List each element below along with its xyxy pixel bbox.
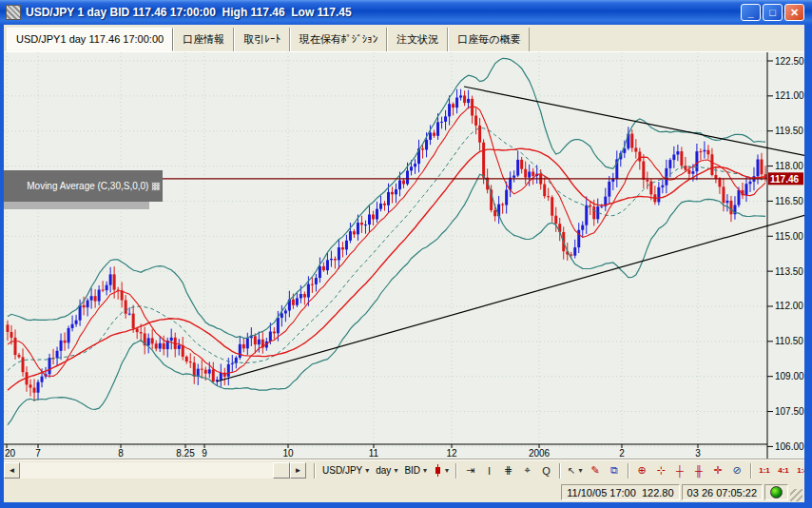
svg-text:12: 12 <box>446 448 457 459</box>
svg-text:117.46: 117.46 <box>770 174 799 185</box>
svg-text:121.00: 121.00 <box>775 90 804 101</box>
crosshair-cursor-button[interactable]: Ι <box>480 462 498 479</box>
chevron-down-icon: ▾ <box>394 466 397 475</box>
toolbar-separator <box>559 463 561 479</box>
svg-text:2: 2 <box>619 448 625 459</box>
chart-style-select[interactable]: ▾ <box>431 462 452 479</box>
svg-text:3: 3 <box>695 448 701 459</box>
toolbar-row: ◄ ► USD/JPY▾day▾BID▾▾⇥Ι⋕⌖Q↖▾✎⧉⊕⊹┼╫✛⊘1:14… <box>4 459 804 480</box>
minimize-button[interactable]: _ <box>741 4 761 21</box>
pointer-tool-select-icon: ↖ <box>568 465 575 476</box>
chevron-down-icon: ▾ <box>578 466 582 475</box>
tab-chart-usdjpy[interactable]: USD/JPY1 day 117.46 17:00:00 <box>7 28 173 51</box>
toolbar-separator <box>314 463 316 479</box>
draw-tool-button[interactable]: ✎ <box>587 462 605 479</box>
svg-text:106.00: 106.00 <box>775 441 804 452</box>
quick-zoom-button[interactable]: Q <box>537 462 555 479</box>
status-bar: 11/10/05 17:00 122.80 03 26 07:05:22 <box>4 482 804 502</box>
chart-area[interactable]: 122.50121.00119.50118.00116.50115.00113.… <box>4 52 804 459</box>
objects-button[interactable]: ⧉ <box>606 462 624 479</box>
app-icon <box>6 5 21 20</box>
scale-4-1-button[interactable]: 4:1 <box>775 462 793 479</box>
indicator-label-moving-average[interactable]: Moving Average (C,30,S,0,0) <box>4 170 163 202</box>
status-datetime-panel: 11/10/05 17:00 122.80 <box>561 484 679 500</box>
status-message-panel <box>6 484 559 500</box>
close-button[interactable]: ✕ <box>784 4 804 21</box>
window-content: USD/JPY1 day 117.46 17:00:00口座情報取引ﾚｰﾄ現在保… <box>4 25 804 502</box>
price-chart-svg[interactable]: 122.50121.00119.50118.00116.50115.00113.… <box>4 52 804 459</box>
horizontal-scrollbar[interactable]: ◄ ► <box>4 462 306 479</box>
grid-toggle-button[interactable]: ⋕ <box>499 462 517 479</box>
period-select-label: day <box>376 465 391 476</box>
expand-left-button[interactable]: ⊹ <box>652 462 670 479</box>
chevron-down-icon: ▾ <box>445 466 449 475</box>
scale-1-1-button[interactable]: 1:1 <box>756 462 774 479</box>
svg-text:7: 7 <box>35 448 41 459</box>
svg-text:8.25: 8.25 <box>176 448 195 459</box>
chart-toolbar: USD/JPY▾day▾BID▾▾⇥Ι⋕⌖Q↖▾✎⧉⊕⊹┼╫✛⊘1:14:11:… <box>306 460 804 481</box>
svg-text:122.50: 122.50 <box>775 56 804 67</box>
toolbar-separator <box>628 463 629 479</box>
period-select[interactable]: day▾ <box>373 463 400 478</box>
toolbar-separator <box>455 463 457 479</box>
expand-horizontal-button[interactable]: ┼ <box>671 462 689 479</box>
scroll-to-latest-button[interactable]: ⇥ <box>461 462 479 479</box>
tab-open-positions[interactable]: 現在保有ﾎﾟｼﾞｼｮﾝ <box>290 28 388 51</box>
expand-vertical-button[interactable]: ╫ <box>690 462 708 479</box>
price-type-select-label: BID <box>404 465 420 476</box>
tab-account-info[interactable]: 口座情報 <box>173 28 234 51</box>
svg-text:9: 9 <box>202 448 207 459</box>
svg-text:109.00: 109.00 <box>775 371 804 381</box>
svg-text:11: 11 <box>369 448 379 459</box>
chevron-down-icon: ▾ <box>365 466 369 475</box>
svg-text:107.50: 107.50 <box>775 406 804 417</box>
indicator-drag-handle-icon[interactable] <box>151 182 161 191</box>
svg-text:8: 8 <box>118 448 124 459</box>
svg-text:113.50: 113.50 <box>775 266 803 277</box>
window-title: USD/JPY 1 day BID 117.46 17:00:00 High 1… <box>26 6 352 19</box>
tab-trading-rates[interactable]: 取引ﾚｰﾄ <box>234 28 290 51</box>
svg-text:10: 10 <box>282 448 294 459</box>
chevron-down-icon: ▾ <box>423 466 427 475</box>
svg-text:2006: 2006 <box>529 448 551 459</box>
zoom-reset-button[interactable]: ⊘ <box>728 462 746 479</box>
application-window: USD/JPY 1 day BID 117.46 17:00:00 High 1… <box>0 0 812 508</box>
svg-text:110.50: 110.50 <box>775 336 803 346</box>
title-bar[interactable]: USD/JPY 1 day BID 117.46 17:00:00 High 1… <box>0 0 812 25</box>
scrollbar-thumb[interactable] <box>273 462 290 479</box>
symbol-select-label: USD/JPY <box>322 465 362 476</box>
svg-text:115.00: 115.00 <box>775 231 803 242</box>
scrollbar-track[interactable] <box>20 462 290 479</box>
tab-account-summary[interactable]: 口座毎の概要 <box>448 28 530 51</box>
scroll-left-button[interactable]: ◄ <box>4 462 20 479</box>
zoom-in-button[interactable]: ⊕ <box>633 462 651 479</box>
svg-text:112.00: 112.00 <box>775 301 803 311</box>
svg-text:119.50: 119.50 <box>775 126 803 136</box>
toolbar-separator <box>750 463 752 479</box>
candlestick-icon <box>434 464 442 477</box>
svg-text:118.00: 118.00 <box>775 161 803 171</box>
maximize-button[interactable]: □ <box>763 4 783 21</box>
svg-text:20: 20 <box>5 448 16 459</box>
region-select-button[interactable]: ⌖ <box>518 462 536 479</box>
status-connection-panel <box>764 484 788 500</box>
pointer-tool-select[interactable]: ↖▾ <box>565 463 585 478</box>
svg-text:116.50: 116.50 <box>775 196 803 206</box>
tab-bar: USD/JPY1 day 117.46 17:00:00口座情報取引ﾚｰﾄ現在保… <box>4 25 804 52</box>
connection-status-icon <box>770 486 783 498</box>
resize-grip[interactable] <box>790 489 802 501</box>
scroll-right-button[interactable]: ► <box>290 462 306 479</box>
tab-order-status[interactable]: 注文状況 <box>387 28 448 51</box>
shrink-button[interactable]: ✛ <box>709 462 727 479</box>
symbol-select[interactable]: USD/JPY▾ <box>319 463 372 478</box>
status-clock-panel: 03 26 07:05:22 <box>682 484 763 500</box>
price-type-select[interactable]: BID▾ <box>401 463 430 478</box>
scale-1-4-button[interactable]: 1:4 <box>794 462 805 479</box>
